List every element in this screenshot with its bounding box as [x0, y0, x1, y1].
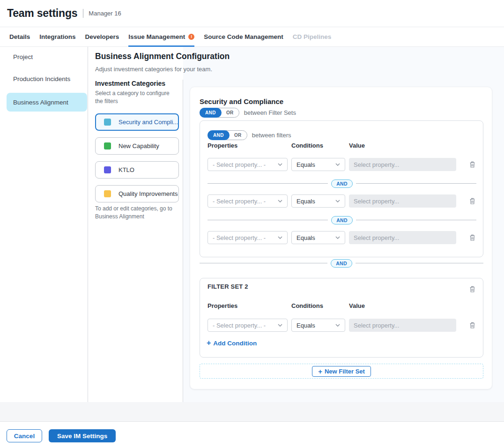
- category-color-swatch: [104, 166, 111, 173]
- category-new-capability[interactable]: New Capability: [95, 137, 179, 155]
- chevron-down-icon: [335, 200, 340, 202]
- delete-filter-button[interactable]: [468, 197, 476, 205]
- categories-footnote: To add or edit categories, go to Busines…: [95, 205, 178, 221]
- categories-title: Investment Categories: [95, 80, 165, 87]
- chevron-down-icon: [278, 200, 282, 202]
- value-input: [349, 319, 456, 332]
- delete-filter-set-button[interactable]: [468, 285, 476, 293]
- and-or-toggle[interactable]: AND OR: [200, 108, 239, 118]
- tab-cd-pipelines: CD Pipelines: [293, 27, 332, 46]
- trash-icon: [469, 234, 476, 241]
- content-area: Project Production Incidents Business Al…: [0, 47, 504, 402]
- new-filter-set-button[interactable]: + New Filter Set: [312, 366, 371, 377]
- filter-row: - Select property... - Equals: [200, 319, 483, 332]
- column-header-properties: Properties: [208, 142, 237, 149]
- column-header-conditions: Conditions: [291, 302, 323, 309]
- and-connector-between-sets: AND: [200, 259, 483, 268]
- config-title: Business Alignment Configuration: [95, 52, 230, 61]
- delete-filter-button[interactable]: [468, 321, 476, 329]
- filter-set-1: AND OR between filters Properties Condit…: [200, 120, 483, 257]
- and-option[interactable]: AND: [208, 130, 230, 140]
- page-header: Team settings Manager 16: [0, 0, 504, 27]
- sidebar-item-business-alignment[interactable]: Business Alignment: [7, 93, 87, 112]
- filter-config-area: Security and Compliance AND OR between F…: [183, 47, 504, 402]
- chevron-down-icon: [335, 236, 340, 239]
- delete-filter-button[interactable]: [468, 233, 476, 242]
- team-name: Manager 16: [89, 10, 121, 17]
- column-header-value: Value: [349, 142, 365, 149]
- settings-sidebar: Project Production Incidents Business Al…: [0, 47, 88, 402]
- condition-select[interactable]: Equals: [291, 194, 345, 208]
- trash-icon: [469, 161, 476, 168]
- filters-operator-row: AND OR between filters: [208, 130, 291, 140]
- tab-integrations[interactable]: Integrations: [39, 27, 75, 46]
- category-color-swatch: [104, 190, 111, 197]
- page-title: Team settings: [7, 7, 77, 20]
- settings-tabbar: Details Integrations Developers Issue Ma…: [0, 27, 504, 47]
- category-quality-improvements[interactable]: Quality Improvements: [95, 185, 179, 202]
- category-filter-panel: Security and Compliance AND OR between F…: [190, 87, 492, 389]
- or-option[interactable]: OR: [229, 133, 247, 138]
- trash-icon: [469, 321, 476, 329]
- plus-icon: +: [207, 339, 211, 347]
- and-connector-pill: AND: [331, 259, 352, 268]
- chevron-down-icon: [335, 324, 340, 327]
- condition-select[interactable]: Equals: [291, 158, 345, 171]
- category-ktlo[interactable]: KTLO: [95, 161, 179, 179]
- tab-issue-management[interactable]: Issue Management !: [128, 27, 194, 46]
- tab-details[interactable]: Details: [9, 27, 30, 46]
- and-connector-pill: AND: [331, 216, 353, 224]
- sidebar-item-project[interactable]: Project: [7, 49, 87, 64]
- category-color-swatch: [104, 119, 111, 126]
- filter-sets-operator-row: AND OR between Filter Sets: [200, 108, 296, 118]
- or-option[interactable]: OR: [221, 110, 239, 115]
- and-option[interactable]: AND: [200, 108, 222, 118]
- categories-hint: Select a category to configure the filte…: [95, 90, 171, 106]
- trash-icon: [469, 197, 476, 205]
- value-input: [349, 194, 456, 208]
- chevron-down-icon: [278, 324, 282, 327]
- category-security-and-compliance[interactable]: Security and Compli...: [95, 113, 179, 131]
- delete-filter-button[interactable]: [468, 160, 476, 169]
- property-select[interactable]: - Select property... -: [208, 158, 288, 171]
- chevron-down-icon: [278, 163, 282, 166]
- config-subtitle: Adjust investment categories for your te…: [95, 66, 212, 73]
- property-select[interactable]: - Select property... -: [208, 319, 288, 332]
- filter-set-2-title: FILTER SET 2: [208, 283, 248, 290]
- between-filter-sets-label: between Filter Sets: [244, 109, 296, 116]
- between-filters-label: between filters: [252, 132, 291, 139]
- add-condition-button[interactable]: + Add Condition: [207, 339, 257, 347]
- filter-row: - Select property... - Equals: [200, 231, 483, 244]
- value-input: [349, 231, 456, 244]
- column-header-conditions: Conditions: [291, 142, 323, 149]
- plus-icon: +: [318, 368, 322, 375]
- property-select[interactable]: - Select property... -: [208, 231, 288, 244]
- column-header-value: Value: [349, 302, 365, 309]
- category-color-swatch: [104, 142, 111, 149]
- and-connector: AND: [208, 179, 476, 188]
- and-connector-pill: AND: [331, 179, 353, 188]
- title-divider: [83, 9, 83, 18]
- footer-spacer: [0, 402, 504, 422]
- cancel-button[interactable]: Cancel: [7, 429, 42, 442]
- tab-source-code-management[interactable]: Source Code Management: [204, 27, 283, 46]
- property-select[interactable]: - Select property... -: [208, 194, 288, 208]
- tab-developers[interactable]: Developers: [85, 27, 119, 46]
- category-list: Security and Compli... New Capability KT…: [95, 113, 179, 209]
- new-filter-set-dropzone: + New Filter Set: [200, 364, 483, 379]
- sidebar-item-production-incidents[interactable]: Production Incidents: [7, 71, 87, 86]
- condition-select[interactable]: Equals: [291, 231, 345, 244]
- chevron-down-icon: [335, 163, 340, 166]
- filter-set-2: FILTER SET 2 Properties Conditions Value…: [200, 278, 483, 358]
- column-header-properties: Properties: [208, 302, 237, 309]
- footer-actions: Cancel Save IM Settings: [0, 422, 504, 448]
- and-connector: AND: [208, 216, 476, 224]
- filter-row: - Select property... - Equals: [200, 158, 483, 171]
- chevron-down-icon: [278, 236, 282, 239]
- save-im-settings-button[interactable]: Save IM Settings: [49, 429, 116, 442]
- filter-row: - Select property... - Equals: [200, 194, 483, 208]
- and-or-toggle[interactable]: AND OR: [208, 130, 247, 140]
- condition-select[interactable]: Equals: [291, 319, 345, 332]
- investment-categories-column: Investment Categories Select a category …: [88, 47, 183, 402]
- alert-badge-icon: !: [188, 34, 194, 40]
